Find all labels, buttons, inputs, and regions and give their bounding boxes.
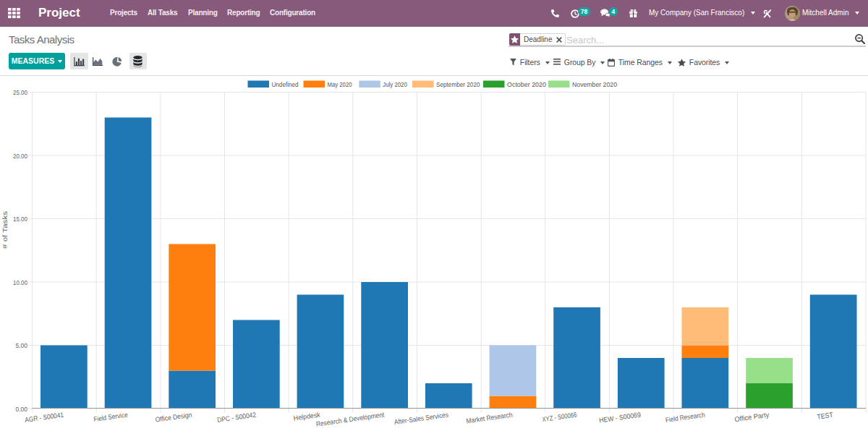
- svg-text:XYZ - S00066: XYZ - S00066: [542, 411, 577, 424]
- svg-text:10.00: 10.00: [13, 278, 27, 286]
- svg-text:HEW - S00069: HEW - S00069: [599, 411, 642, 424]
- svg-text:Undefined: Undefined: [272, 80, 299, 88]
- svg-text:Market Research: Market Research: [466, 411, 513, 425]
- svg-text:November 2020: November 2020: [572, 80, 617, 88]
- svg-text:Research & Development: Research & Development: [315, 411, 385, 428]
- svg-text:# of Tasks: # of Tasks: [1, 211, 9, 249]
- svg-text:October 2020: October 2020: [507, 80, 546, 88]
- svg-text:TEST: TEST: [817, 411, 834, 421]
- svg-text:5.00: 5.00: [16, 341, 28, 349]
- svg-text:Field Service: Field Service: [93, 411, 129, 424]
- svg-text:25.00: 25.00: [13, 88, 27, 96]
- svg-text:0.00: 0.00: [16, 405, 28, 413]
- svg-text:May 2020: May 2020: [328, 80, 352, 88]
- svg-text:20.00: 20.00: [13, 152, 27, 160]
- svg-text:After-Sales Services: After-Sales Services: [393, 411, 449, 426]
- svg-text:July 2020: July 2020: [383, 80, 407, 88]
- svg-text:15.00: 15.00: [13, 215, 27, 223]
- svg-text:Office Party: Office Party: [734, 411, 770, 424]
- svg-text:AGR - S00041: AGR - S00041: [25, 411, 64, 424]
- svg-text:DPC - S00042: DPC - S00042: [217, 411, 257, 424]
- svg-text:September 2020: September 2020: [436, 80, 480, 88]
- svg-text:Field Research: Field Research: [665, 411, 705, 424]
